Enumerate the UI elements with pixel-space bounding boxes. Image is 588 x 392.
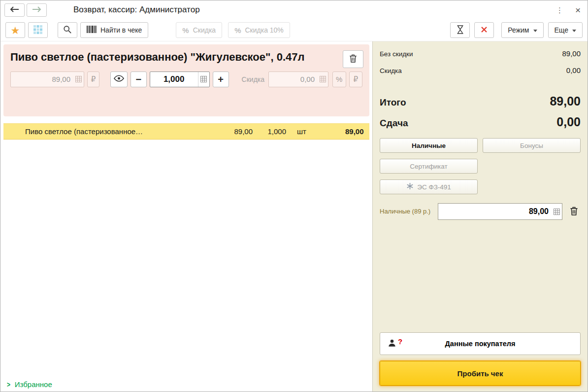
cash-label: Наличные	[412, 142, 446, 149]
mode-dropdown[interactable]: Режим	[501, 22, 543, 38]
window-title: Возврат, кассир: Администратор	[73, 5, 200, 15]
discount-label: Скидка	[193, 26, 216, 34]
cash-amount-field	[438, 203, 562, 220]
discount-currency-button[interactable]: ₽	[349, 71, 362, 87]
find-in-check-button[interactable]: Найти в чеке	[80, 22, 148, 38]
bonus-label: Бонусы	[520, 142, 543, 149]
discount-10-button[interactable]: % Скидка 10%	[228, 22, 290, 38]
hourglass-icon	[457, 25, 464, 36]
quantity-field	[150, 71, 210, 87]
chevron-down-icon	[533, 30, 537, 34]
certificate-label: Сертификат	[410, 163, 447, 170]
arrow-left-icon	[10, 6, 19, 14]
toolbar: ★ Найти в чеке % Скидка % Скидка 10%	[0, 19, 588, 41]
item-sum: 89,00	[345, 127, 371, 136]
grid-icon	[33, 25, 42, 36]
ruble-icon: ₽	[353, 75, 358, 84]
more-dropdown[interactable]: Еще	[548, 22, 583, 38]
discount-total-label: Скидка	[380, 67, 402, 74]
customer-data-label: Данные покупателя	[445, 340, 516, 348]
red-x-icon	[481, 26, 488, 35]
calculator-icon[interactable]	[551, 204, 562, 219]
arrow-right-icon	[32, 6, 41, 14]
chevron-right-icon: >	[7, 380, 10, 389]
item-qty: 1,000	[253, 127, 286, 136]
receipt-items-list: Пиво светлое (пастеризованное… 89,00 1,0…	[3, 123, 369, 377]
pos-window: Возврат, кассир: Администратор ⋮ × ★ Най…	[0, 0, 588, 392]
view-item-button[interactable]	[110, 71, 128, 87]
cash-amount-input[interactable]	[438, 207, 551, 216]
favorites-button[interactable]: ★	[5, 22, 25, 38]
item-controls: ₽ − + Скидка % ₽	[10, 71, 362, 87]
search-icon	[63, 25, 72, 36]
discount-field-label: Скидка	[242, 75, 264, 83]
quantity-decrease-button[interactable]: −	[131, 71, 147, 87]
star-icon: ★	[11, 25, 20, 36]
discount-field	[268, 71, 328, 87]
forward-button[interactable]	[27, 3, 47, 17]
no-discount-row: Без скидки 89,00	[380, 49, 581, 58]
price-input[interactable]	[11, 75, 73, 83]
discount-total-value: 0,00	[566, 66, 581, 74]
discount-percent-button[interactable]: %	[332, 71, 346, 87]
product-title: Пиво светлое (пастеризованное) "Жигулевс…	[10, 50, 383, 65]
remove-payment-button[interactable]	[567, 203, 581, 220]
percent-icon: %	[336, 75, 342, 83]
current-item-panel: Пиво светлое (пастеризованное) "Жигулевс…	[3, 44, 369, 116]
discount-row: Скидка 0,00	[380, 66, 581, 74]
person-icon	[388, 339, 396, 349]
bonus-payment-button[interactable]: Бонусы	[483, 138, 581, 153]
search-button[interactable]	[58, 22, 77, 38]
minus-icon: −	[135, 74, 141, 84]
item-name: Пиво светлое (пастеризованное…	[3, 127, 181, 136]
item-price: 89,00	[181, 127, 253, 136]
price-currency-button[interactable]: ₽	[87, 71, 99, 87]
cash-amount-row: Наличные (89 р.)	[380, 203, 581, 220]
cash-amount-label: Наличные (89 р.)	[380, 208, 438, 216]
postpone-check-button[interactable]	[450, 22, 470, 38]
panel-spacer	[380, 220, 581, 332]
favorites-link[interactable]: > Избранное	[0, 377, 372, 392]
receipt-row[interactable]: Пиво светлое (пастеризованное… 89,00 1,0…	[3, 123, 369, 140]
discount-input[interactable]	[269, 75, 317, 83]
customer-data-button[interactable]: ? Данные покупателя	[380, 332, 581, 355]
quantity-input[interactable]	[150, 74, 198, 84]
toolbar-right-group: Режим Еще	[450, 22, 583, 38]
mode-label: Режим	[508, 26, 529, 34]
customer-icon-group: ?	[388, 339, 402, 349]
total-label: Итого	[380, 97, 406, 108]
catalog-grid-button[interactable]	[28, 22, 48, 38]
calculator-icon[interactable]	[198, 72, 209, 87]
calculator-icon[interactable]	[73, 72, 84, 87]
quantity-increase-button[interactable]: +	[213, 71, 229, 87]
delete-item-button[interactable]	[343, 50, 363, 68]
receipt-area: Пиво светлое (пастеризованное) "Жигулевс…	[0, 41, 372, 392]
main-content: Пиво светлое (пастеризованное) "Жигулевс…	[0, 41, 588, 392]
es-fz491-button[interactable]: ЭС ФЗ-491	[380, 179, 478, 194]
price-field	[10, 71, 84, 87]
chevron-down-icon	[572, 30, 576, 34]
no-discount-label: Без скидки	[380, 50, 413, 58]
cash-payment-button[interactable]: Наличные	[380, 138, 478, 153]
es-fz491-label: ЭС ФЗ-491	[417, 183, 451, 191]
cancel-check-button[interactable]	[474, 22, 494, 38]
certificate-payment-button[interactable]: Сертификат	[380, 159, 478, 174]
titlebar-controls: ⋮ ×	[556, 5, 581, 15]
kebab-menu-icon[interactable]: ⋮	[556, 6, 563, 14]
favorites-label: Избранное	[15, 380, 52, 389]
plus-icon: +	[218, 74, 224, 84]
payment-methods: Наличные Бонусы Сертификат ЭС ФЗ-491	[380, 138, 581, 194]
no-discount-value: 89,00	[562, 49, 581, 58]
change-value: 0,00	[556, 115, 581, 129]
total-value: 89,00	[550, 94, 581, 108]
back-button[interactable]	[4, 3, 25, 17]
close-icon[interactable]: ×	[575, 5, 581, 15]
discount-button[interactable]: % Скидка	[176, 22, 222, 38]
trash-icon	[569, 206, 579, 217]
discount-10-label: Скидка 10%	[245, 26, 283, 34]
ruble-icon: ₽	[91, 75, 96, 84]
calculator-icon[interactable]	[317, 72, 328, 87]
submit-check-button[interactable]: Пробить чек	[380, 361, 581, 386]
percent-icon: %	[182, 26, 189, 35]
submit-check-label: Пробить чек	[457, 369, 503, 378]
